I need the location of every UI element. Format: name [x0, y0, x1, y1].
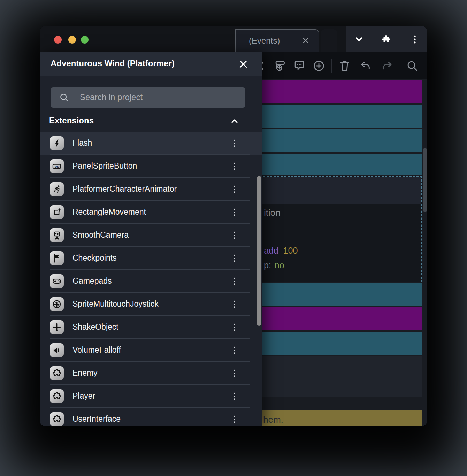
- drawer-scrollbar-thumb[interactable]: [257, 176, 261, 326]
- extension-item-label: RectangleMovement: [72, 207, 146, 217]
- add-sub-event-icon[interactable]: [273, 59, 286, 72]
- event-row[interactable]: [235, 154, 422, 175]
- app-window: (Events): [40, 26, 427, 426]
- extension-item-label: UserInterface: [72, 414, 121, 424]
- action-keyword: add: [264, 246, 278, 255]
- titlebar: (Events): [40, 26, 427, 52]
- action-value: 100: [283, 246, 298, 255]
- tab-edge-shape: [321, 29, 337, 52]
- rectangle-plus-icon: [50, 205, 64, 219]
- chevron-up-icon[interactable]: [230, 116, 239, 126]
- tab-label: (Events): [249, 36, 280, 46]
- extensions-list: Flash OK PanelSpriteButton: [40, 132, 262, 426]
- ok-button-icon: OK: [50, 159, 64, 173]
- close-drawer-icon[interactable]: [238, 59, 248, 69]
- zoom-window-button[interactable]: [81, 36, 89, 44]
- list-item-player[interactable]: Player: [40, 385, 262, 408]
- section-label: Extensions: [49, 116, 94, 125]
- search-icon[interactable]: [406, 59, 419, 72]
- item-menu-kebab-icon[interactable]: [230, 138, 239, 149]
- item-menu-kebab-icon[interactable]: [230, 161, 239, 172]
- list-item-panelspritebutton[interactable]: OK PanelSpriteButton: [40, 155, 262, 178]
- list-item-gamepads[interactable]: Gamepads: [40, 270, 262, 293]
- search-input[interactable]: Search in project: [51, 87, 245, 108]
- tab-events[interactable]: (Events): [235, 29, 319, 52]
- event-condition-area: [236, 177, 421, 204]
- selected-event-block[interactable]: ition add100 p:no: [235, 176, 422, 282]
- joystick-dpad-icon: [50, 297, 64, 311]
- item-menu-kebab-icon[interactable]: [230, 322, 239, 333]
- event-row[interactable]: [235, 307, 422, 330]
- list-item-platformercharacteranimator[interactable]: PlatformerCharacterAnimator: [40, 178, 262, 201]
- item-menu-kebab-icon[interactable]: [230, 299, 239, 310]
- puzzle-piece-icon: [50, 389, 64, 403]
- event-row[interactable]: [235, 80, 422, 103]
- event-row[interactable]: [235, 283, 422, 306]
- project-manager-drawer: Adventurous Wind (Platformer) Search in …: [40, 52, 262, 426]
- extension-item-label: Gamepads: [72, 276, 112, 286]
- chevron-down-icon[interactable]: [354, 34, 364, 45]
- event-row[interactable]: [235, 129, 422, 152]
- svg-text:OK: OK: [55, 165, 59, 168]
- camera-tripod-icon: [50, 228, 64, 242]
- add-event-icon[interactable]: [312, 59, 326, 72]
- extension-item-label: SmoothCamera: [72, 230, 129, 240]
- extension-item-label: ShakeObject: [72, 322, 118, 332]
- event-row[interactable]: [235, 332, 422, 355]
- list-item-checkpoints[interactable]: Checkpoints: [40, 247, 262, 270]
- tab-close-icon[interactable]: [301, 36, 310, 45]
- item-menu-kebab-icon[interactable]: [230, 184, 239, 195]
- browser-controls: [346, 26, 427, 53]
- flag-icon: [50, 251, 64, 265]
- event-text: ition: [264, 207, 281, 218]
- extensions-section-header[interactable]: Extensions: [40, 114, 262, 129]
- puzzle-extension-icon[interactable]: [381, 34, 391, 45]
- extension-item-label: PanelSpriteButton: [72, 161, 137, 171]
- redo-icon[interactable]: [381, 59, 394, 72]
- list-item-rectanglemovement[interactable]: RectangleMovement: [40, 201, 262, 224]
- list-item-spritemultitouchjoystick[interactable]: SpriteMultitouchJoystick: [40, 293, 262, 316]
- flash-bolt-icon: [50, 136, 64, 150]
- extension-item-label: Checkpoints: [72, 253, 117, 263]
- puzzle-piece-icon: [50, 412, 64, 426]
- extension-item-label: PlatformerCharacterAnimator: [72, 184, 177, 194]
- extension-item-label: Flash: [72, 138, 92, 148]
- extension-item-label: Enemy: [72, 368, 98, 378]
- drawer-header: Adventurous Wind (Platformer): [40, 52, 262, 76]
- item-menu-kebab-icon[interactable]: [230, 391, 239, 402]
- list-item-shakeobject[interactable]: ShakeObject: [40, 316, 262, 339]
- undo-icon[interactable]: [359, 59, 372, 72]
- list-item-volumefalloff[interactable]: VolumeFalloff: [40, 339, 262, 362]
- kebab-menu-icon[interactable]: [409, 34, 420, 45]
- extension-item-label: Player: [72, 391, 95, 401]
- comment-text: hem.: [263, 414, 283, 425]
- toolbar-divider: [331, 59, 332, 73]
- item-menu-kebab-icon[interactable]: [230, 230, 239, 241]
- prop-value: no: [275, 260, 284, 270]
- toolbar-divider: [402, 59, 402, 73]
- add-comment-icon[interactable]: [293, 59, 306, 72]
- item-menu-kebab-icon[interactable]: [230, 414, 239, 425]
- running-character-icon: [50, 182, 64, 196]
- item-menu-kebab-icon[interactable]: [230, 253, 239, 264]
- close-window-button[interactable]: [54, 36, 62, 44]
- comment-event-row[interactable]: hem.: [235, 410, 422, 426]
- speaker-icon: [50, 343, 64, 357]
- move-arrows-icon: [50, 320, 64, 334]
- events-scrollbar-thumb[interactable]: [423, 148, 427, 212]
- event-row[interactable]: [235, 105, 422, 128]
- item-menu-kebab-icon[interactable]: [230, 345, 239, 356]
- puzzle-piece-icon: [50, 366, 64, 380]
- search-placeholder: Search in project: [80, 92, 143, 102]
- list-item-userinterface[interactable]: UserInterface: [40, 408, 262, 426]
- gamepad-icon: [50, 274, 64, 288]
- list-item-smoothcamera[interactable]: SmoothCamera: [40, 224, 262, 247]
- item-menu-kebab-icon[interactable]: [230, 368, 239, 379]
- item-menu-kebab-icon[interactable]: [230, 207, 239, 218]
- item-menu-kebab-icon[interactable]: [230, 276, 239, 287]
- event-row[interactable]: [235, 356, 422, 397]
- list-item-flash[interactable]: Flash: [40, 132, 262, 155]
- delete-icon[interactable]: [338, 59, 351, 72]
- minimize-window-button[interactable]: [68, 36, 76, 44]
- list-item-enemy[interactable]: Enemy: [40, 362, 262, 385]
